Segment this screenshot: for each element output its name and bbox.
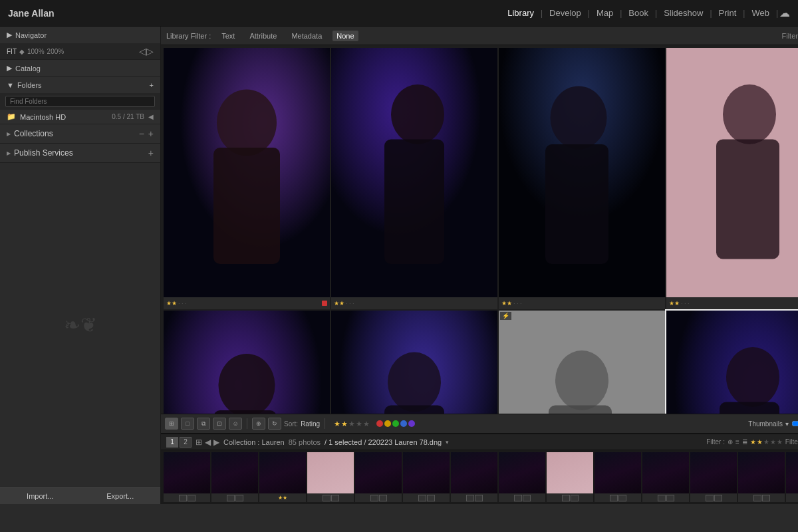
center-panel: Library Filter : Text Attribute Metadata… [161, 27, 798, 504]
film-thumb-9[interactable] [547, 452, 593, 502]
nav-map[interactable]: Map [591, 8, 618, 18]
nav-book[interactable]: Book [623, 8, 654, 18]
grid-view-button[interactable]: ⊞ [165, 418, 178, 430]
zoom-200-button[interactable]: 200% [47, 48, 65, 55]
folders-header[interactable]: ▼ Folders + [0, 77, 160, 93]
photo-cell-4[interactable]: ★★ · · · [666, 48, 798, 309]
fit-button[interactable]: FIT [7, 48, 17, 55]
svg-rect-2 [213, 148, 280, 264]
collections-minus-button[interactable]: − [139, 128, 144, 139]
photo-thumb-1 [164, 48, 330, 297]
grid-view-icon[interactable]: ⊞ [196, 438, 202, 447]
loupe-view-button[interactable]: □ [181, 418, 194, 430]
portrait-2 [331, 48, 497, 297]
nav-web[interactable]: Web [746, 8, 775, 18]
sort-value[interactable]: Rating [301, 420, 320, 428]
film-thumb-6[interactable] [403, 452, 450, 502]
film-thumb-3[interactable]: ★★ [259, 452, 306, 502]
status-bar: 1 2 ⊞ ◀ ▶ Collection : Lauren 85 photos … [161, 434, 798, 450]
navigator-header[interactable]: ▶ Navigator [0, 27, 160, 43]
nav-develop[interactable]: Develop [544, 8, 587, 18]
export-button[interactable]: Export... [80, 487, 161, 504]
filter-icon-1[interactable]: ⊕ [728, 438, 733, 446]
film-thumb-1[interactable] [164, 452, 210, 502]
cloud-icon[interactable]: ☁ [779, 7, 790, 19]
photo-cell-3[interactable]: ★★ · · · [499, 48, 665, 309]
thumbnail-size-slider[interactable] [791, 418, 798, 429]
film-thumb-13[interactable] [738, 452, 785, 502]
photo-cell-1[interactable]: ★★ · · · [164, 48, 330, 309]
folders-search-container [0, 93, 160, 110]
filter-metadata[interactable]: Metadata [287, 32, 326, 40]
rating-filter: ★ ★ ★ ★ ★ [334, 420, 370, 428]
thumbnails-label: Thumbnails ▾ [748, 418, 798, 429]
folder-arrow[interactable]: ◀ [148, 113, 154, 120]
prev-arrow[interactable]: ◀ [205, 438, 211, 447]
painter-tool[interactable]: ⊕ [252, 418, 265, 430]
catalog-header[interactable]: ▶ Catalog [0, 60, 160, 76]
page-2-button[interactable]: 2 [180, 437, 192, 448]
navigator-expand[interactable]: ◁▷ [139, 46, 154, 57]
survey-view-button[interactable]: ⊡ [213, 418, 226, 430]
svg-rect-14 [213, 410, 277, 414]
filters-off-button[interactable]: Filters Off [782, 32, 798, 40]
filter-icon-3[interactable]: ≣ [742, 438, 747, 446]
filters-off-status[interactable]: Filters Off [785, 438, 798, 446]
top-navigation: Jane Allan Library | Develop | Map | Boo… [0, 0, 798, 27]
rotate-tool[interactable]: ↻ [268, 418, 281, 430]
page-1-button[interactable]: 1 [166, 437, 178, 448]
photo-cell-6[interactable]: ★★ · · · [331, 311, 497, 414]
nav-slideshow[interactable]: Slideshow [658, 8, 708, 18]
photo-cell-2[interactable]: ★★ · · · [331, 48, 497, 309]
red-filter[interactable] [376, 420, 383, 427]
nav-links: Library | Develop | Map | Book | Slidesh… [502, 7, 790, 19]
sort-label: Sort: [284, 420, 298, 428]
zoom-100-button[interactable]: 100% [27, 48, 45, 55]
grid-toolbar: ⊞ □ ⧉ ⊡ ☺ ⊕ ↻ Sort: Rating ★ ★ ★ ★ ★ [161, 414, 798, 434]
film-thumb-8[interactable] [499, 452, 545, 502]
filter-none[interactable]: None [332, 31, 358, 41]
film-thumb-4[interactable] [307, 452, 354, 502]
folders-add-button[interactable]: + [150, 81, 154, 89]
dropdown-arrow[interactable]: ▾ [446, 439, 449, 446]
people-view-button[interactable]: ☺ [229, 418, 242, 430]
green-filter[interactable] [392, 420, 399, 427]
collections-triangle: ▶ [7, 131, 11, 137]
navigator-controls: FIT ◆ 100% 200% ◁▷ [0, 43, 160, 59]
photo-cell-7[interactable]: ⚡ ★★ · · · [499, 311, 665, 414]
film-thumb-7[interactable] [451, 452, 497, 502]
collections-add-button[interactable]: + [148, 128, 154, 139]
publish-section: ▶ Publish Services + [0, 144, 160, 163]
yellow-filter[interactable] [384, 420, 391, 427]
photo-cell-5[interactable]: ★★ · · · [164, 311, 330, 414]
film-thumb-2[interactable] [211, 452, 258, 502]
collections-section: ▶ Collections − + [0, 124, 160, 144]
publish-header[interactable]: ▶ Publish Services + [0, 144, 160, 162]
import-button[interactable]: Import... [0, 487, 80, 504]
photo-meta-3: ★★ · · · [499, 297, 665, 309]
film-thumb-11[interactable] [642, 452, 689, 502]
film-thumb-14[interactable] [786, 452, 798, 502]
macintosh-hd-folder[interactable]: 📁 Macintosh HD 0.5 / 21 TB ◀ [0, 110, 160, 124]
filter-icon-2[interactable]: ≡ [735, 438, 739, 446]
catalog-label: Catalog [15, 65, 41, 72]
compare-view-button[interactable]: ⧉ [197, 418, 210, 430]
svg-rect-20 [549, 406, 612, 414]
publish-add-button[interactable]: + [148, 148, 154, 158]
nav-library[interactable]: Library [502, 8, 539, 18]
photo-cell-8[interactable]: ★★ · · · [666, 311, 798, 414]
folders-search-input[interactable] [5, 96, 155, 107]
filter-attribute[interactable]: Attribute [245, 32, 281, 40]
nav-print[interactable]: Print [714, 8, 742, 18]
photo-thumb-7: ⚡ [499, 311, 665, 414]
next-arrow[interactable]: ▶ [213, 438, 219, 447]
film-thumb-12[interactable] [690, 452, 737, 502]
purple-filter[interactable] [408, 420, 415, 427]
film-thumb-10[interactable] [595, 452, 641, 502]
blue-filter[interactable] [400, 420, 407, 427]
filter-text[interactable]: Text [217, 32, 239, 40]
photo-thumb-6 [331, 311, 497, 414]
film-thumb-5[interactable] [355, 452, 402, 502]
collections-header[interactable]: ▶ Collections − + [0, 124, 160, 143]
navigator-section: ▶ Navigator FIT ◆ 100% 200% ◁▷ [0, 27, 160, 60]
